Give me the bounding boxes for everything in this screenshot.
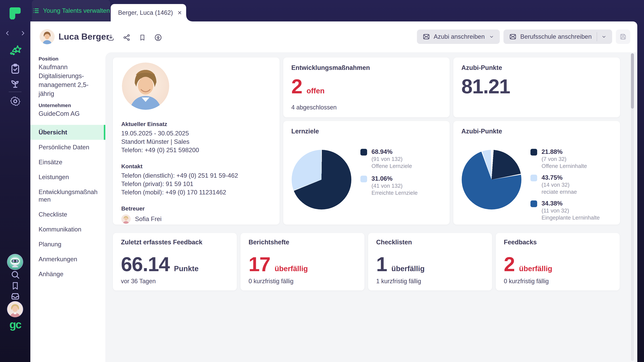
reports-due-text: 0 kurzfristig fällig [248,278,294,285]
legend-count: (7 von 32) [542,156,587,163]
sidebar-item-uebersicht[interactable]: Übersicht [30,125,105,140]
completed-measures-text: 4 abgeschlossen [291,104,336,111]
sidebar-item-kommunikation[interactable]: Kommunikation [30,222,105,237]
checklists-overdue-label: überfällig [392,265,425,273]
current-assignment-label: Aktueller Einsatz [121,120,273,128]
position-label: Position [38,56,98,62]
lernziele-legend: 68.94% (91 von 132) Offene Lernziele 31.… [360,148,418,196]
settings-gear-icon[interactable] [0,95,30,108]
tab-young-talents[interactable]: Young Talents verwalten [32,0,110,21]
nav-forward-icon[interactable] [15,28,30,38]
card-title: Checklisten [376,239,412,246]
profile-avatar-large [122,62,169,110]
mentor-name[interactable]: Sofia Frei [135,215,162,223]
main-window: Luca Berger Azubi anschreiben Berufsschu… [30,21,637,362]
sidebar-item-anmerkungen[interactable]: Anmerkungen [30,252,105,267]
phone-mobile: Telefon (mobil): +49 (0) 170 11231462 [121,188,273,197]
legend-item: 68.94% (91 von 132) Offene Lernziele [360,148,418,170]
user-avatar[interactable] [7,301,23,317]
legend-swatch-medium [530,200,537,207]
assignment-location: Standort Münster | Sales [121,138,273,146]
legend-item: 43.75% (14 von 32) reciate ernnae [530,174,600,195]
chevron-down-icon[interactable] [602,34,606,39]
scrollbar-thumb[interactable] [631,53,634,109]
azubi-punkte-legend: 21.88% (7 von 32) Offene Lerninhalte 43.… [530,148,600,221]
overview-content: Aktueller Einsatz 19.05.2025 - 30.05.202… [105,52,637,362]
company-label: Unternehmen [38,103,98,108]
sidebar-item-checkliste[interactable]: Checkliste [30,207,105,222]
legend-count: (11 von 32) [542,207,600,214]
assignment-phone: Telefon: +49 (0) 251 598200 [121,146,273,154]
download-icon[interactable] [106,32,116,43]
feedbacks-due-text: 0 kurzfristig fällig [504,278,549,285]
company-value: GuideCom AG [38,109,98,118]
legend-swatch-light [530,175,537,181]
bookmark-icon[interactable] [137,32,148,43]
nav-back-icon[interactable] [0,28,15,38]
sidebar-item-anhaenge[interactable]: Anhänge [30,267,105,282]
card-title: Azubi-Punkte [461,64,502,71]
legend-percent: 31.06% [372,175,418,182]
save-button[interactable] [616,29,630,44]
card-title: Zuletzt erfasstes Feedback [121,239,202,246]
legend-count: (14 von 32) [542,181,577,188]
legend-item: 21.88% (7 von 32) Offene Lerninhalte [530,148,600,170]
feedbacks-overdue-count: 2 [504,254,515,274]
tasks-clipboard-icon[interactable] [0,62,30,75]
mentor-label: Betreuer [121,204,273,213]
profile-card: Aktueller Einsatz 19.05.2025 - 30.05.202… [113,57,280,225]
tab-young-talents-label: Young Talents verwalten [43,7,110,14]
entwicklungsmassnahmen-card[interactable]: Entwicklungsmaßnahmen 2 offen 4 abgeschl… [283,57,450,117]
feedbacks-card[interactable]: Feedbacks 2 überfällig 0 kurzfristig fäl… [496,233,620,291]
assignment-dates: 19.05.2025 - 30.05.2025 [121,129,273,138]
azubi-punkte-pie-chart [462,150,522,210]
scrollbar-track[interactable] [631,53,634,361]
feedback-card[interactable]: Zuletzt erfasstes Feedback 66.14 Punkte … [113,233,237,291]
berufsschule-anschreiben-button[interactable]: Berufsschule anschreiben [504,29,612,44]
feedbacks-overdue-label: überfällig [519,265,552,273]
ai-assistant-avatar[interactable] [7,254,23,270]
guidecom-logo-icon[interactable] [9,7,21,19]
legend-swatch-dark [360,149,367,156]
card-title: Feedbacks [504,239,537,246]
search-icon[interactable] [0,269,30,281]
sidebar-item-leistungen[interactable]: Leistungen [30,170,105,185]
checklists-due-text: 1 kurzfristig fällig [376,278,421,285]
berichtshefte-card[interactable]: Berichtshefte 17 überfällig 0 kurzfristi… [240,233,364,291]
legend-label: Eingeplante Lerninhalte [542,214,600,221]
bookmarks-icon[interactable] [0,280,30,291]
development-sprout-icon[interactable] [0,77,30,89]
azubi-punkte-pie-card[interactable]: Azubi-Punkte 21.88% (7 von 32) Offene Le… [453,121,620,225]
inbox-icon[interactable] [0,291,30,302]
open-measures-count: 2 [291,76,302,96]
card-title: Azubi-Punkte [461,128,502,135]
legend-count: (41 von 132) [372,182,418,189]
lernziele-pie-chart [292,150,351,210]
legend-swatch-dark [530,149,537,156]
feedback-points-label: Punkte [174,265,198,273]
save-floppy-icon [619,33,627,40]
azubi-points-value: 81.21 [461,76,510,96]
legend-label: reciate ernnae [542,188,577,195]
header-actions [106,32,164,43]
card-title: Lernziele [291,128,319,135]
checklisten-card[interactable]: Checklisten 1 überfällig 1 kurzfristig f… [368,233,492,291]
tab-berger-luca[interactable]: Berger, Luca (1462) × [111,4,186,21]
legend-label: Erreichte Lernziele [372,189,418,196]
sidebar-item-persoenliche-daten[interactable]: Persönliche Daten [30,140,105,155]
card-title: Entwicklungsmaßnahmen [291,64,370,71]
azubi-punkte-card[interactable]: Azubi-Punkte 81.21 [453,57,620,117]
mail-icon [422,33,430,40]
sidebar-item-einsaetze[interactable]: Einsätze [30,155,105,170]
tab-close-icon[interactable]: × [178,9,182,16]
accessibility-icon[interactable] [153,32,164,43]
header-buttons: Azubi anschreiben Berufsschule anschreib… [417,29,630,44]
sidebar-item-planung[interactable]: Planung [30,237,105,252]
azubi-anschreiben-button[interactable]: Azubi anschreiben [417,29,500,44]
sidebar-item-entwicklungsmassnahmen[interactable]: Entwicklungsmaßnahmen [30,185,105,207]
legend-percent: 21.88% [542,148,587,156]
young-talents-module-icon[interactable] [0,42,30,57]
button-segment-divider [597,32,597,41]
share-icon[interactable] [121,32,132,43]
lernziele-card[interactable]: Lernziele 68.94% (91 von 132) Offene Ler… [283,121,450,225]
